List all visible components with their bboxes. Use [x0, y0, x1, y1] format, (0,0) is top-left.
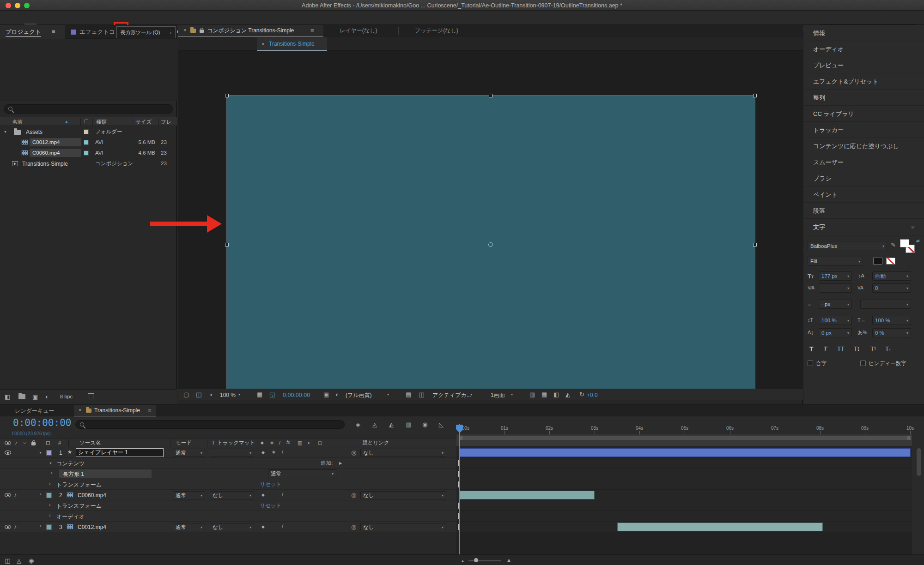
- column-size[interactable]: サイズ: [135, 119, 152, 126]
- stroke-style-select[interactable]: [860, 300, 911, 309]
- tsume-select[interactable]: 0 %: [872, 328, 911, 337]
- project-row-assets[interactable]: ▼ Assets フォルダー: [0, 126, 177, 137]
- color-depth-icon[interactable]: ◐: [45, 394, 49, 400]
- blend-mode-select[interactable]: 通常: [173, 449, 205, 457]
- work-area-end-handle[interactable]: [907, 436, 911, 440]
- fast-previews-icon[interactable]: ▤: [406, 391, 411, 397]
- resolution-value[interactable]: (フル画質): [346, 392, 372, 398]
- fill-mini-swatch[interactable]: [873, 258, 882, 264]
- lock-icon[interactable]: [200, 30, 204, 33]
- grid-guides-icon[interactable]: ▦: [257, 391, 262, 397]
- item-name[interactable]: Assets: [26, 129, 43, 135]
- layer-row-c0060[interactable]: ♪ › 2 C0060.mp4 通常 なし ◆ / ◎ なし: [0, 490, 456, 500]
- panel-tab-cc-libraries[interactable]: CC ライブラリ: [804, 106, 924, 122]
- small-caps-button[interactable]: Tt: [854, 345, 859, 353]
- panel-tab-paragraph[interactable]: 段落: [804, 203, 924, 219]
- blend-mode-select[interactable]: 通常: [173, 491, 205, 499]
- panel-tab-content-aware-fill[interactable]: コンテンツに応じた塗りつぶし: [804, 138, 924, 154]
- twirl-closed-icon[interactable]: ›: [40, 492, 42, 497]
- parent-pickwhip-icon[interactable]: ◎: [351, 450, 356, 456]
- tab-composition[interactable]: × コンポジション Transitions-Simple ≡: [178, 25, 323, 36]
- source-name-column[interactable]: ソース名: [79, 440, 101, 446]
- project-search-input[interactable]: [4, 104, 173, 114]
- group-label[interactable]: オーディオ: [56, 513, 85, 520]
- property-group-contents[interactable]: ▼ コンテンツ 追加: ▶: [0, 458, 456, 469]
- label-column-icon[interactable]: [85, 120, 88, 123]
- trash-icon[interactable]: [89, 394, 93, 399]
- snapshot-icon[interactable]: ▣: [323, 391, 329, 397]
- panel-tab-brushes[interactable]: ブラシ: [804, 170, 924, 186]
- zoom-out-mountain-icon[interactable]: ▲: [461, 559, 464, 562]
- panel-menu-icon[interactable]: ≡: [911, 224, 915, 230]
- property-group-rect1[interactable]: › 長方形 1 通常: [0, 469, 456, 479]
- viewer-tab[interactable]: × Transitions-Simple: [257, 37, 327, 51]
- layer-row-c0012[interactable]: ♪ › 3 C0012.mp4 通常 なし ◆ / ◎ なし: [0, 522, 456, 532]
- track-matte-column[interactable]: トラックマット: [217, 440, 255, 446]
- track-row[interactable]: [456, 479, 912, 490]
- vertical-scale-select[interactable]: 100 %: [819, 316, 852, 325]
- item-name[interactable]: C0060.mp4: [32, 150, 60, 156]
- twirl-closed-icon[interactable]: ›: [49, 481, 51, 486]
- label-color-chip[interactable]: [84, 129, 89, 134]
- tab-timeline-comp[interactable]: × Transitions-Simple ≡: [74, 405, 156, 416]
- playhead-line[interactable]: [459, 424, 460, 554]
- item-name-box[interactable]: C0012.mp4: [30, 138, 81, 146]
- audio-icon[interactable]: ♪: [14, 524, 17, 529]
- motion-blur-icon[interactable]: ◉: [422, 421, 427, 427]
- zoom-window-button[interactable]: [24, 3, 30, 8]
- timeline-zoom-track[interactable]: [468, 560, 501, 561]
- twirl-open-icon[interactable]: ▼: [4, 130, 7, 133]
- quality-switch-icon[interactable]: /: [282, 492, 283, 497]
- panel-tab-align[interactable]: 整列: [804, 90, 924, 106]
- close-icon[interactable]: ×: [79, 408, 81, 413]
- parent-pickwhip-icon[interactable]: ◎: [351, 524, 356, 530]
- reset-link[interactable]: リセット: [260, 481, 281, 488]
- primary-viewer-icon[interactable]: ◫: [196, 391, 201, 397]
- tracking-select[interactable]: 0: [872, 283, 911, 293]
- panel-tab-audio[interactable]: オーディオ: [804, 41, 924, 57]
- twirl-closed-icon[interactable]: ›: [51, 470, 53, 475]
- label-color-chip[interactable]: [46, 524, 52, 530]
- playhead-handle[interactable]: [456, 425, 463, 430]
- active-camera-value[interactable]: アクティブカ...: [432, 392, 471, 398]
- panel-tab-smoother[interactable]: スムーザー: [804, 154, 924, 170]
- label-color-chip[interactable]: [46, 493, 52, 498]
- selection-handle[interactable]: [489, 94, 492, 97]
- layer-row-shape[interactable]: ▼ 1 ★ 通常 ◆ ∗ / ◎ なし: [0, 447, 456, 458]
- mode-column[interactable]: モード: [176, 440, 192, 446]
- item-name[interactable]: Transitions-Simple: [22, 161, 68, 167]
- exposure-value[interactable]: +0.0: [587, 392, 598, 398]
- collapse-switch-icon[interactable]: ◆: [261, 493, 265, 497]
- panel-tab-preview[interactable]: プレビュー: [804, 57, 924, 73]
- eye-icon[interactable]: [5, 493, 11, 497]
- tab-footage-label[interactable]: フッテージ(なし): [415, 27, 458, 34]
- blend-mode-select[interactable]: 通常: [268, 469, 336, 478]
- label-color-chip[interactable]: [84, 150, 89, 156]
- current-time-display[interactable]: 0:00:00:00: [283, 392, 310, 399]
- label-color-chip[interactable]: [46, 450, 52, 456]
- audio-icon[interactable]: ♪: [14, 492, 17, 498]
- superscript-button[interactable]: T¹: [870, 345, 876, 353]
- parent-pickwhip-icon[interactable]: ◎: [351, 492, 356, 498]
- reset-exposure-icon[interactable]: ↻: [579, 391, 584, 397]
- twirl-open-icon[interactable]: ▼: [39, 451, 42, 454]
- panel-menu-icon[interactable]: ≡: [148, 407, 152, 413]
- property-group-transform[interactable]: › トランスフォーム リセット: [0, 479, 456, 490]
- hindi-digits-checkbox[interactable]: [860, 361, 866, 366]
- faux-bold-button[interactable]: T: [809, 345, 814, 353]
- guides-icon[interactable]: ◧: [553, 391, 559, 397]
- stroke-width-select[interactable]: - px: [819, 300, 852, 309]
- selection-handle[interactable]: [225, 243, 229, 246]
- layer-bar-shape[interactable]: [459, 448, 911, 457]
- twirl-closed-icon[interactable]: ›: [49, 502, 51, 507]
- shy-icon[interactable]: ◭: [389, 421, 394, 427]
- faux-italic-button[interactable]: T: [823, 345, 827, 353]
- mini-flowchart-icon[interactable]: ◈: [356, 421, 360, 427]
- blend-mode-select[interactable]: 通常: [173, 523, 205, 531]
- show-snapshot-icon[interactable]: ◐: [335, 391, 339, 397]
- interpret-footage-icon[interactable]: ◧: [5, 394, 10, 400]
- project-row-c0012[interactable]: C0012.mp4 AVI 5.6 MB 23: [0, 137, 177, 148]
- twirl-closed-icon[interactable]: ›: [49, 513, 51, 518]
- eye-icon[interactable]: [5, 525, 11, 529]
- group-label[interactable]: トランスフォーム: [56, 481, 102, 488]
